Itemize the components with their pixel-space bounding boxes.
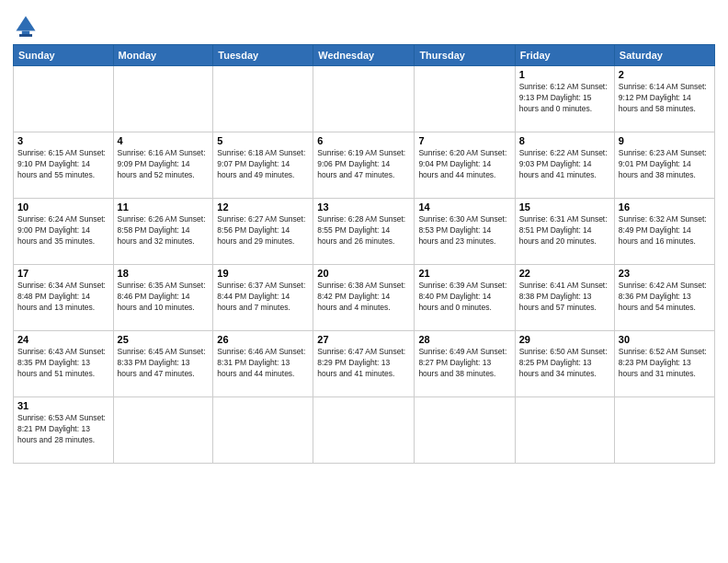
header <box>13 9 715 39</box>
calendar-cell: 17Sunrise: 6:34 AM Sunset: 8:48 PM Dayli… <box>14 265 114 331</box>
logo <box>13 9 42 39</box>
calendar-cell <box>14 66 114 132</box>
calendar-cell: 20Sunrise: 6:38 AM Sunset: 8:42 PM Dayli… <box>313 265 415 331</box>
day-info: Sunrise: 6:35 AM Sunset: 8:46 PM Dayligh… <box>118 281 210 314</box>
day-number: 16 <box>619 201 711 213</box>
calendar-cell: 4Sunrise: 6:16 AM Sunset: 9:09 PM Daylig… <box>113 132 213 199</box>
calendar-cell: 30Sunrise: 6:52 AM Sunset: 8:23 PM Dayli… <box>614 331 714 397</box>
day-info: Sunrise: 6:26 AM Sunset: 8:58 PM Dayligh… <box>118 214 210 247</box>
day-info: Sunrise: 6:20 AM Sunset: 9:04 PM Dayligh… <box>418 148 510 181</box>
calendar-cell: 28Sunrise: 6:49 AM Sunset: 8:27 PM Dayli… <box>415 331 515 397</box>
day-info: Sunrise: 6:16 AM Sunset: 9:09 PM Dayligh… <box>118 148 210 181</box>
calendar-cell <box>113 397 213 464</box>
calendar-cell: 10Sunrise: 6:24 AM Sunset: 9:00 PM Dayli… <box>14 199 114 265</box>
week-row-4: 17Sunrise: 6:34 AM Sunset: 8:48 PM Dayli… <box>14 265 715 331</box>
calendar-cell: 9Sunrise: 6:23 AM Sunset: 9:01 PM Daylig… <box>614 132 714 199</box>
day-number: 4 <box>118 135 210 146</box>
calendar-table: SundayMondayTuesdayWednesdayThursdayFrid… <box>13 44 715 464</box>
day-number: 25 <box>118 334 210 345</box>
week-row-6: 31Sunrise: 6:53 AM Sunset: 8:21 PM Dayli… <box>14 397 715 464</box>
calendar-cell: 6Sunrise: 6:19 AM Sunset: 9:06 PM Daylig… <box>313 132 415 199</box>
day-number: 5 <box>217 135 309 146</box>
day-number: 28 <box>418 334 510 345</box>
day-number: 1 <box>519 69 610 80</box>
calendar-cell: 2Sunrise: 6:14 AM Sunset: 9:12 PM Daylig… <box>614 66 714 132</box>
day-number: 27 <box>317 334 410 345</box>
calendar-cell <box>614 397 714 464</box>
calendar-cell: 25Sunrise: 6:45 AM Sunset: 8:33 PM Dayli… <box>113 331 213 397</box>
day-info: Sunrise: 6:18 AM Sunset: 9:07 PM Dayligh… <box>217 148 309 181</box>
day-number: 9 <box>619 135 711 146</box>
calendar-cell: 13Sunrise: 6:28 AM Sunset: 8:55 PM Dayli… <box>313 199 415 265</box>
day-number: 13 <box>317 201 410 213</box>
calendar-cell: 22Sunrise: 6:41 AM Sunset: 8:38 PM Dayli… <box>515 265 614 331</box>
day-info: Sunrise: 6:53 AM Sunset: 8:21 PM Dayligh… <box>17 413 109 446</box>
day-number: 26 <box>217 334 309 345</box>
day-info: Sunrise: 6:39 AM Sunset: 8:40 PM Dayligh… <box>418 281 510 314</box>
weekday-header-thursday: Thursday <box>415 45 515 66</box>
day-info: Sunrise: 6:32 AM Sunset: 8:49 PM Dayligh… <box>619 214 711 247</box>
day-number: 24 <box>17 334 109 345</box>
day-number: 10 <box>17 201 109 213</box>
day-number: 7 <box>418 135 510 146</box>
day-number: 22 <box>519 268 610 279</box>
calendar-cell <box>113 66 213 132</box>
day-info: Sunrise: 6:50 AM Sunset: 8:25 PM Dayligh… <box>519 347 610 380</box>
day-number: 19 <box>217 268 309 279</box>
svg-rect-3 <box>19 34 32 37</box>
generalblue-icon <box>13 13 39 39</box>
day-info: Sunrise: 6:19 AM Sunset: 9:06 PM Dayligh… <box>317 148 410 181</box>
calendar-cell <box>515 397 614 464</box>
weekday-header-friday: Friday <box>515 45 614 66</box>
day-number: 2 <box>619 69 711 80</box>
day-number: 14 <box>418 201 510 213</box>
day-number: 8 <box>519 135 610 146</box>
calendar-cell <box>415 397 515 464</box>
calendar-cell <box>313 66 415 132</box>
day-info: Sunrise: 6:22 AM Sunset: 9:03 PM Dayligh… <box>519 148 610 181</box>
calendar-cell: 1Sunrise: 6:12 AM Sunset: 9:13 PM Daylig… <box>515 66 614 132</box>
calendar-cell: 27Sunrise: 6:47 AM Sunset: 8:29 PM Dayli… <box>313 331 415 397</box>
calendar-cell: 19Sunrise: 6:37 AM Sunset: 8:44 PM Dayli… <box>213 265 313 331</box>
day-info: Sunrise: 6:14 AM Sunset: 9:12 PM Dayligh… <box>619 82 711 115</box>
page: SundayMondayTuesdayWednesdayThursdayFrid… <box>0 0 728 563</box>
day-number: 30 <box>619 334 711 345</box>
day-number: 21 <box>418 268 510 279</box>
day-number: 18 <box>118 268 210 279</box>
day-info: Sunrise: 6:15 AM Sunset: 9:10 PM Dayligh… <box>17 148 109 181</box>
day-info: Sunrise: 6:45 AM Sunset: 8:33 PM Dayligh… <box>118 347 210 380</box>
day-info: Sunrise: 6:24 AM Sunset: 9:00 PM Dayligh… <box>17 214 109 247</box>
calendar-cell: 16Sunrise: 6:32 AM Sunset: 8:49 PM Dayli… <box>614 199 714 265</box>
calendar-cell: 14Sunrise: 6:30 AM Sunset: 8:53 PM Dayli… <box>415 199 515 265</box>
calendar-cell: 5Sunrise: 6:18 AM Sunset: 9:07 PM Daylig… <box>213 132 313 199</box>
calendar-cell: 8Sunrise: 6:22 AM Sunset: 9:03 PM Daylig… <box>515 132 614 199</box>
calendar-cell: 7Sunrise: 6:20 AM Sunset: 9:04 PM Daylig… <box>415 132 515 199</box>
day-info: Sunrise: 6:23 AM Sunset: 9:01 PM Dayligh… <box>619 148 711 181</box>
day-number: 15 <box>519 201 610 213</box>
day-number: 29 <box>519 334 610 345</box>
calendar-cell <box>415 66 515 132</box>
day-number: 6 <box>317 135 410 146</box>
day-info: Sunrise: 6:42 AM Sunset: 8:36 PM Dayligh… <box>619 281 711 314</box>
day-info: Sunrise: 6:27 AM Sunset: 8:56 PM Dayligh… <box>217 214 309 247</box>
calendar-cell: 3Sunrise: 6:15 AM Sunset: 9:10 PM Daylig… <box>14 132 114 199</box>
day-number: 20 <box>317 268 410 279</box>
calendar-cell <box>313 397 415 464</box>
week-row-3: 10Sunrise: 6:24 AM Sunset: 9:00 PM Dayli… <box>14 199 715 265</box>
day-info: Sunrise: 6:49 AM Sunset: 8:27 PM Dayligh… <box>418 347 510 380</box>
day-info: Sunrise: 6:34 AM Sunset: 8:48 PM Dayligh… <box>17 281 109 314</box>
day-info: Sunrise: 6:52 AM Sunset: 8:23 PM Dayligh… <box>619 347 711 380</box>
week-row-1: 1Sunrise: 6:12 AM Sunset: 9:13 PM Daylig… <box>14 66 715 132</box>
day-info: Sunrise: 6:28 AM Sunset: 8:55 PM Dayligh… <box>317 214 410 247</box>
calendar-cell <box>213 66 313 132</box>
day-info: Sunrise: 6:41 AM Sunset: 8:38 PM Dayligh… <box>519 281 610 314</box>
day-info: Sunrise: 6:38 AM Sunset: 8:42 PM Dayligh… <box>317 281 410 314</box>
day-number: 12 <box>217 201 309 213</box>
day-number: 31 <box>17 400 109 411</box>
day-info: Sunrise: 6:43 AM Sunset: 8:35 PM Dayligh… <box>17 347 109 380</box>
weekday-header-saturday: Saturday <box>614 45 714 66</box>
day-info: Sunrise: 6:46 AM Sunset: 8:31 PM Dayligh… <box>217 347 309 380</box>
weekday-header-tuesday: Tuesday <box>213 45 313 66</box>
calendar-cell <box>213 397 313 464</box>
calendar-cell: 12Sunrise: 6:27 AM Sunset: 8:56 PM Dayli… <box>213 199 313 265</box>
